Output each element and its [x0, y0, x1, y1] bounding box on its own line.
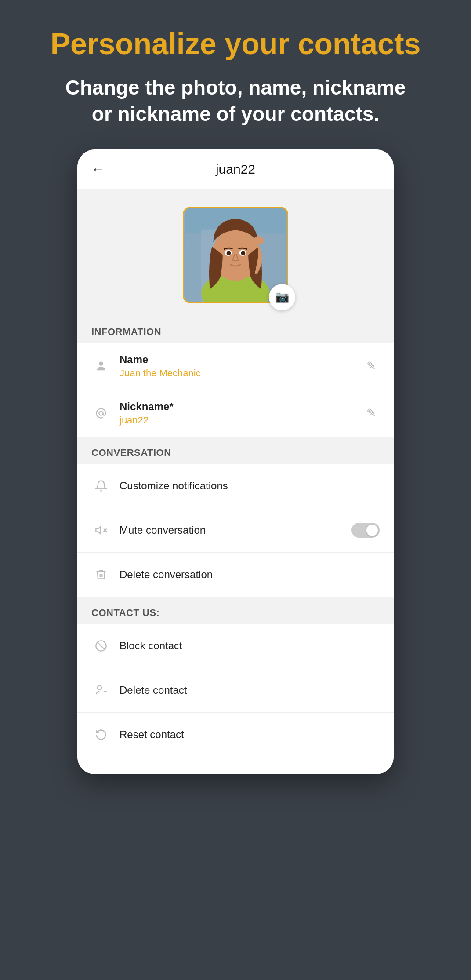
- at-icon: [91, 404, 111, 423]
- delete-conversation-label: Delete conversation: [120, 568, 380, 581]
- name-content: Name Juan the Mechanic: [120, 353, 363, 379]
- nickname-row: Nickname* juan22 ✎: [77, 390, 394, 437]
- contact-section: Block contact Delete contact Reset conta…: [77, 624, 394, 757]
- conversation-section-header: CONVERSATION: [77, 437, 394, 464]
- name-row: Name Juan the Mechanic ✎: [77, 343, 394, 390]
- mute-conversation-label: Mute conversation: [120, 524, 351, 536]
- reset-contact-label: Reset contact: [120, 729, 184, 741]
- block-contact-label: Block contact: [120, 640, 182, 652]
- phone-card: ← juan22: [77, 149, 394, 774]
- delete-contact-label: Delete contact: [120, 684, 187, 696]
- contact-username: juan22: [216, 162, 255, 177]
- bell-icon: [91, 476, 111, 495]
- delete-contact-row[interactable]: Delete contact: [77, 668, 394, 713]
- svg-point-10: [241, 251, 246, 255]
- mute-conversation-row: Mute conversation: [77, 508, 394, 553]
- block-icon: [91, 636, 111, 656]
- name-value: Juan the Mechanic: [120, 368, 363, 379]
- edit-nickname-button[interactable]: ✎: [363, 403, 380, 423]
- bottom-spacer: [77, 757, 394, 774]
- svg-point-11: [254, 236, 264, 244]
- svg-point-19: [98, 685, 101, 689]
- edit-name-button[interactable]: ✎: [363, 356, 380, 376]
- mute-toggle[interactable]: [351, 523, 380, 538]
- reset-contact-row[interactable]: Reset contact: [77, 713, 394, 757]
- avatar-section: 📷: [77, 189, 394, 317]
- nickname-label: Nickname*: [120, 401, 363, 413]
- customize-notifications-label: Customize notifications: [120, 480, 380, 492]
- change-photo-button[interactable]: 📷: [269, 284, 295, 310]
- page-title: Personalize your contacts: [51, 26, 421, 61]
- avatar-wrapper: 📷: [183, 207, 288, 303]
- delete-conversation-row[interactable]: Delete conversation: [77, 553, 394, 597]
- page-subtitle: Change the photo, name, nickname or nick…: [55, 75, 416, 128]
- block-contact-row[interactable]: Block contact: [77, 624, 394, 668]
- name-label: Name: [120, 353, 363, 366]
- nickname-content: Nickname* juan22: [120, 401, 363, 426]
- contact-section-header: CONTACT US:: [77, 597, 394, 624]
- person-icon: [91, 357, 111, 376]
- back-button[interactable]: ←: [91, 162, 105, 177]
- reset-icon: [91, 725, 111, 744]
- mute-icon: [91, 521, 111, 540]
- customize-notifications-row[interactable]: Customize notifications: [77, 464, 394, 508]
- trash-icon: [91, 565, 111, 584]
- svg-marker-14: [96, 527, 101, 534]
- conversation-section: Customize notifications Mute conversatio…: [77, 464, 394, 597]
- delete-person-icon: [91, 681, 111, 700]
- top-bar: ← juan22: [77, 149, 394, 189]
- svg-point-12: [99, 361, 103, 365]
- svg-point-13: [99, 411, 103, 415]
- information-section-header: INFORMATION: [77, 317, 394, 343]
- svg-point-9: [227, 251, 231, 255]
- toggle-knob: [366, 525, 378, 536]
- nickname-value: juan22: [120, 415, 363, 426]
- information-section: Name Juan the Mechanic ✎ Nickname* juan2…: [77, 343, 394, 437]
- svg-line-18: [98, 642, 105, 649]
- camera-icon: 📷: [275, 290, 289, 304]
